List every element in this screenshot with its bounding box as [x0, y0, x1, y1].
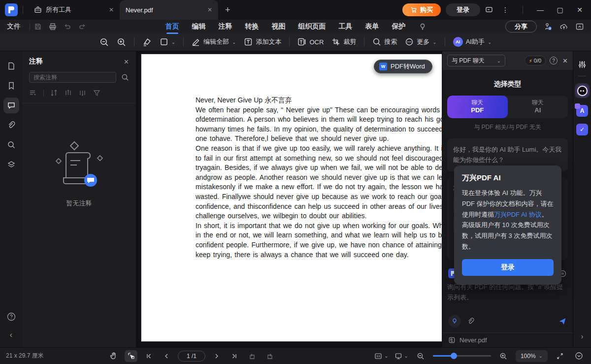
more-status-options-icon[interactable] — [572, 350, 585, 362]
prompt-ideas-icon[interactable] — [448, 315, 461, 328]
sort-order-icon[interactable] — [50, 89, 58, 97]
proofread-tab[interactable]: ✓ — [576, 124, 588, 135]
first-page-icon[interactable] — [142, 350, 155, 362]
send-icon[interactable] — [558, 317, 567, 326]
redo-icon[interactable] — [78, 23, 86, 31]
menu-file[interactable]: 文件 — [7, 22, 21, 31]
search-icon[interactable] — [121, 73, 129, 81]
zoom-in-icon[interactable] — [497, 350, 510, 362]
fullscreen-icon[interactable] — [554, 350, 566, 362]
tooltip-body: 现在登录体验 AI 功能。万兴PDF 保护你的文档和内容，请在使用时遵循万兴PD… — [462, 188, 554, 252]
pdf-page[interactable]: Never, Never Give Up 永不言弃 We often hear … — [141, 54, 442, 341]
pdf-to-word-button[interactable]: W PDF转Word — [374, 60, 432, 73]
chat-pdf-toggle[interactable]: 聊天 PDF — [447, 96, 508, 118]
undo-icon[interactable] — [64, 23, 71, 31]
zoom-out-icon[interactable] — [414, 350, 427, 362]
lightning-icon: ⚡ — [529, 58, 532, 64]
page-indicator[interactable]: 1 /1 — [178, 351, 205, 362]
properties-sliders-icon[interactable] — [578, 60, 587, 69]
window-maximize-button[interactable]: ▢ — [553, 6, 567, 14]
edit-all-button[interactable]: 编辑全部⌄ — [192, 37, 236, 46]
tab-all-tools[interactable]: 所有工具 ✕ — [28, 0, 120, 20]
collapse-left-panel-icon[interactable]: ‹ — [10, 331, 12, 339]
layers-icon[interactable] — [3, 157, 19, 172]
page-display-dropdown[interactable]: ⌄ — [394, 350, 408, 362]
shape-tool-icon[interactable]: ⌄ — [160, 37, 175, 46]
page-thumbnails-icon[interactable] — [3, 58, 19, 74]
select-tool-icon[interactable] — [125, 350, 137, 362]
annotations-icon[interactable] — [3, 98, 19, 113]
chat-ai-toggle[interactable]: 聊天 AI — [508, 96, 568, 118]
filter-icon[interactable] — [93, 89, 101, 97]
tab-close-icon[interactable]: ✕ — [207, 6, 212, 13]
tab-close-icon[interactable]: ✕ — [109, 6, 114, 13]
menu-tools[interactable]: 工具 — [339, 22, 353, 31]
ai-assistant-button[interactable]: AI AI助手⌄ — [453, 37, 492, 47]
panel-close-icon[interactable]: ✕ — [124, 58, 129, 66]
print-icon[interactable] — [49, 23, 57, 31]
zoom-in-tool-icon[interactable] — [117, 37, 126, 47]
new-tab-button[interactable]: + — [225, 5, 230, 15]
window-close-button[interactable]: ✕ — [572, 6, 587, 14]
previous-page-icon[interactable] — [160, 350, 173, 362]
context-file-chip[interactable]: Never.pdf — [442, 332, 573, 347]
list-view-icon[interactable] — [29, 89, 37, 97]
collaborate-icon[interactable]: 0 — [544, 22, 553, 31]
doc-line: howmany times he fails. In my opinion, t… — [196, 125, 442, 134]
ai-help-icon[interactable]: ? — [550, 57, 558, 65]
translate-tab[interactable]: A — [576, 105, 588, 117]
next-page-icon[interactable] — [210, 350, 223, 362]
ai-robot-tab[interactable] — [575, 83, 590, 98]
zoom-level-dropdown[interactable]: 100%⌄ — [516, 350, 548, 362]
bulb-icon[interactable] — [419, 23, 427, 31]
feedback-icon[interactable] — [485, 6, 493, 14]
hand-tool-icon[interactable] — [107, 350, 120, 362]
bookmarks-icon[interactable] — [3, 78, 19, 94]
zoom-out-tool-icon[interactable] — [99, 37, 109, 47]
tooltip-login-button[interactable]: 登录 — [462, 259, 554, 276]
share-button[interactable]: 分享 — [505, 21, 537, 33]
buy-button[interactable]: 购买 — [402, 3, 441, 16]
sort-by-page-icon[interactable] — [64, 89, 72, 97]
window-minimize-button[interactable]: — — [533, 6, 548, 14]
attachments-icon[interactable] — [3, 117, 19, 133]
ocr-button[interactable]: OCR — [297, 37, 324, 46]
menu-convert[interactable]: 转换 — [245, 22, 259, 31]
annotation-search-input[interactable] — [29, 72, 116, 83]
menu-organize-pages[interactable]: 组织页面 — [298, 22, 326, 31]
chat-mode-dropdown[interactable]: 与 PDF 聊天 ⌄ — [447, 55, 505, 66]
menu-comment[interactable]: 注释 — [219, 22, 232, 31]
zoom-slider[interactable] — [433, 355, 491, 357]
actual-size-dropdown[interactable]: 1:1⌄ — [374, 350, 388, 362]
collapse-toolbar-icon[interactable] — [575, 22, 584, 31]
help-icon[interactable] — [6, 312, 16, 322]
attach-file-icon[interactable] — [467, 317, 475, 325]
more-button[interactable]: 更多⌄ — [405, 37, 436, 46]
menu-home[interactable]: 首页 — [165, 22, 179, 31]
search-button[interactable]: 搜索 — [372, 37, 397, 46]
menu-forms[interactable]: 表单 — [365, 22, 379, 31]
tab-never-pdf[interactable]: Never.pdf ✕ — [120, 0, 218, 20]
cloud-upload-icon[interactable] — [559, 22, 568, 31]
collapse-right-panel-icon[interactable]: › — [581, 332, 584, 347]
search-panel-icon[interactable] — [3, 137, 19, 153]
ai-agreement-link[interactable]: 万兴PDF AI 协议 — [494, 211, 542, 218]
highlighter-icon[interactable] — [142, 37, 152, 47]
menu-edit[interactable]: 编辑 — [192, 22, 206, 31]
last-page-icon[interactable] — [228, 350, 241, 362]
save-icon[interactable] — [34, 23, 42, 31]
rotate-right-icon[interactable] — [263, 350, 276, 362]
menu-protect[interactable]: 保护 — [392, 22, 406, 31]
rotate-left-icon[interactable] — [246, 350, 259, 362]
document-viewport[interactable]: Never, Never Give Up 永不言弃 We often hear … — [136, 51, 442, 347]
crop-button[interactable]: 裁剪 — [331, 37, 356, 46]
add-text-button[interactable]: 添加文本 — [244, 37, 281, 46]
login-button[interactable]: 登录 — [446, 3, 480, 16]
toolbar: ⌄ 编辑全部⌄ 添加文本 OCR 裁剪 搜索 更多⌄ AI — [0, 33, 591, 51]
menu-kebab-icon[interactable]: ⋮ — [498, 6, 513, 14]
menu-view[interactable]: 视图 — [272, 22, 286, 31]
sort-by-author-icon[interactable] — [78, 89, 87, 97]
zoom-slider-thumb[interactable] — [451, 353, 457, 359]
ai-panel-close-icon[interactable]: ✕ — [562, 57, 568, 65]
ai-chat-input[interactable] — [447, 282, 568, 310]
